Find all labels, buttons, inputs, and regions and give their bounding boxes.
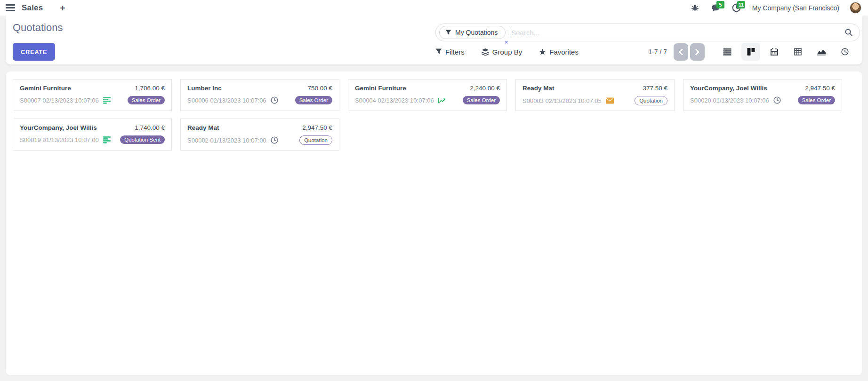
filter-icon <box>445 30 451 36</box>
quotation-card[interactable]: YourCompany, Joel Willis 2,947.50 € S000… <box>683 79 842 111</box>
toolbar-row: Filters Group By Favorites 1-7 / 7 <box>435 43 854 61</box>
status-badge: Quotation <box>635 96 667 105</box>
layers-icon <box>482 48 489 56</box>
card-amount: 2,947.50 € <box>302 124 332 131</box>
activities-count-badge: 11 <box>737 1 746 8</box>
card-customer-name: Gemini Furniture <box>20 85 71 92</box>
activity-lines-icon[interactable] <box>103 136 111 144</box>
status-badge: Sales Order <box>798 96 835 104</box>
view-kanban-button[interactable] <box>741 43 760 61</box>
messages-count-badge: 5 <box>716 1 724 8</box>
quotation-card[interactable]: Gemini Furniture 2,240.00 € S00004 02/13… <box>348 79 507 111</box>
activity-chart-up-icon[interactable] <box>438 96 446 104</box>
plus-icon[interactable]: + <box>60 3 65 12</box>
chevron-right-icon <box>695 49 699 55</box>
card-customer-name: Lumber Inc <box>187 85 222 92</box>
company-menu[interactable]: My Company (San Francisco) <box>752 4 839 12</box>
text-cursor <box>510 28 510 37</box>
card-amount: 1,740.00 € <box>135 124 165 131</box>
card-reference: S00003 02/13/2023 10:07:05 <box>522 97 602 104</box>
search-facet-label: My Quotations <box>455 29 498 36</box>
card-reference: S00006 02/13/2023 10:07:06 <box>187 97 266 104</box>
list-view-icon <box>723 48 731 56</box>
search-icon[interactable] <box>844 28 853 37</box>
card-amount: 1,706.00 € <box>135 85 165 92</box>
kanban-view-icon <box>747 48 755 56</box>
kanban-view: Gemini Furniture 1,706.00 € S00007 02/13… <box>6 71 862 375</box>
favorites-label: Favorites <box>549 48 579 56</box>
card-reference: S00002 01/13/2023 10:07:00 <box>187 137 266 144</box>
page-title: Quotations <box>13 22 63 34</box>
activity-envelope-icon[interactable] <box>606 97 614 105</box>
chevron-left-icon <box>679 49 683 55</box>
search-facet-my-quotations[interactable]: My Quotations × <box>439 26 506 39</box>
app-name[interactable]: Sales <box>22 3 43 13</box>
card-reference: S00020 01/13/2023 10:07:06 <box>690 97 769 104</box>
activity-lines-icon[interactable] <box>103 96 111 104</box>
view-graph-button[interactable] <box>812 43 831 61</box>
filter-icon <box>435 48 442 55</box>
card-amount: 377.50 € <box>643 85 667 92</box>
create-button[interactable]: CREATE <box>13 43 55 61</box>
messages-icon[interactable]: 5 <box>711 3 721 13</box>
apps-menu-icon[interactable] <box>6 4 15 11</box>
card-customer-name: Ready Mat <box>187 124 219 131</box>
user-avatar[interactable] <box>850 2 861 14</box>
view-activity-button[interactable] <box>836 43 854 61</box>
status-badge: Sales Order <box>295 96 332 104</box>
debug-bug-icon[interactable] <box>690 3 700 13</box>
pager-next-button[interactable] <box>690 43 705 61</box>
filters-button[interactable]: Filters <box>435 48 465 56</box>
card-customer-name: YourCompany, Joel Willis <box>20 124 97 131</box>
view-pivot-button[interactable] <box>788 43 807 61</box>
pager-previous-button[interactable] <box>674 43 688 61</box>
card-reference: S00004 02/13/2023 10:07:06 <box>355 97 434 104</box>
pivot-view-icon <box>794 48 802 56</box>
calendar-view-icon <box>771 48 778 56</box>
activities-clock-icon[interactable]: 11 <box>731 3 742 13</box>
search-input[interactable]: Search... <box>511 29 844 37</box>
status-badge: Sales Order <box>128 96 165 104</box>
star-icon <box>539 48 546 56</box>
pager: 1-7 / 7 <box>648 43 705 61</box>
card-customer-name: Ready Mat <box>522 85 555 92</box>
graph-view-icon <box>817 48 826 56</box>
view-switcher <box>718 43 854 61</box>
card-customer-name: YourCompany, Joel Willis <box>690 85 767 92</box>
view-calendar-button[interactable] <box>765 43 784 61</box>
status-badge: Quotation Sent <box>120 135 165 144</box>
group-by-button[interactable]: Group By <box>482 48 522 56</box>
status-badge: Sales Order <box>463 96 500 104</box>
favorites-button[interactable]: Favorites <box>539 48 579 56</box>
activity-clock-icon[interactable] <box>271 96 279 104</box>
card-reference: S00019 01/13/2023 10:07:00 <box>20 136 99 143</box>
filters-label: Filters <box>445 48 465 56</box>
pager-range: 1-7 / 7 <box>648 48 667 56</box>
status-badge: Quotation <box>299 135 332 145</box>
activity-view-icon <box>841 48 849 56</box>
quotation-card[interactable]: Gemini Furniture 1,706.00 € S00007 02/13… <box>13 79 172 111</box>
view-list-button[interactable] <box>718 43 737 61</box>
search-bar[interactable]: My Quotations × Search... <box>435 24 860 41</box>
quotation-card[interactable]: Lumber Inc 750.00 € S00006 02/13/2023 10… <box>180 79 339 111</box>
top-nav-bar: Sales + 5 11 My Company (San Francisco) <box>0 0 868 16</box>
quotation-card[interactable]: Ready Mat 2,947.50 € S00002 01/13/2023 1… <box>180 119 339 151</box>
card-customer-name: Gemini Furniture <box>355 85 406 92</box>
quotation-card[interactable]: YourCompany, Joel Willis 1,740.00 € S000… <box>13 119 172 151</box>
control-panel: Quotations CREATE My Quotations × Search… <box>6 16 862 64</box>
card-amount: 750.00 € <box>307 85 332 92</box>
card-amount: 2,240.00 € <box>470 85 500 92</box>
activity-clock-icon[interactable] <box>271 136 279 144</box>
card-reference: S00007 02/13/2023 10:07:06 <box>20 97 99 104</box>
card-amount: 2,947.50 € <box>805 85 835 92</box>
activity-clock-icon[interactable] <box>773 96 781 104</box>
quotation-card[interactable]: Ready Mat 377.50 € S00003 02/13/2023 10:… <box>515 79 675 111</box>
group-by-label: Group By <box>492 48 522 56</box>
